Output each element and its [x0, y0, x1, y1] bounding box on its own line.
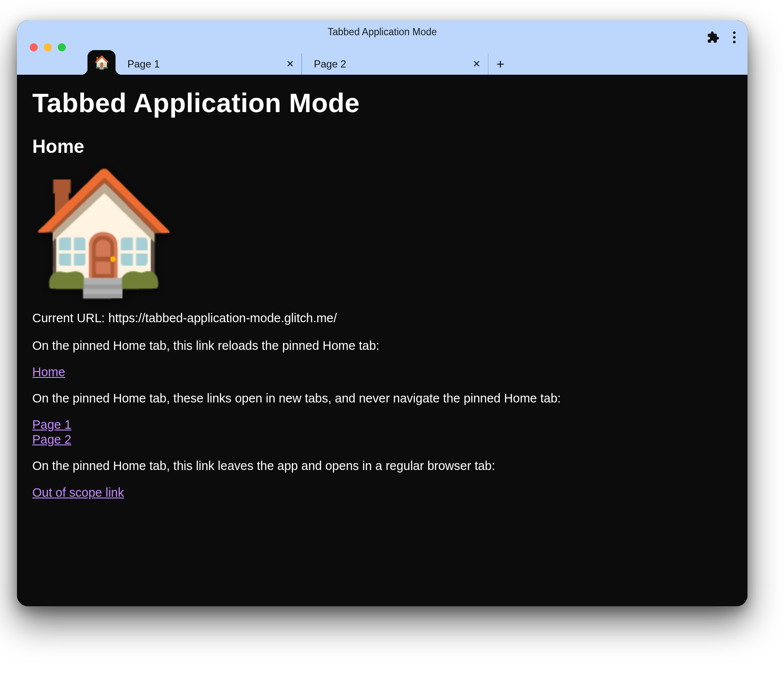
house-illustration: 🏠 — [30, 172, 732, 290]
tab-page-1[interactable]: Page 1 ✕ — [115, 53, 302, 75]
current-url-label: Current URL: — [32, 311, 108, 325]
tab-page-2[interactable]: Page 2 ✕ — [302, 53, 488, 75]
traffic-lights — [30, 43, 66, 51]
close-icon[interactable]: ✕ — [286, 59, 294, 69]
more-menu-icon[interactable] — [730, 30, 738, 45]
link-home[interactable]: Home — [32, 365, 65, 379]
new-tab-button[interactable]: + — [488, 53, 512, 75]
minimize-window-button[interactable] — [44, 43, 52, 51]
tab-strip: 🏠 Page 1 ✕ Page 2 ✕ + — [87, 50, 747, 75]
text-outofscope-explainer: On the pinned Home tab, this link leaves… — [32, 458, 732, 474]
link-page-1[interactable]: Page 1 — [32, 418, 732, 432]
extensions-icon[interactable] — [707, 31, 719, 44]
home-icon: 🏠 — [94, 56, 110, 69]
tab-label: Page 1 — [127, 58, 160, 70]
link-out-of-scope[interactable]: Out of scope link — [32, 486, 124, 500]
text-reload-explainer: On the pinned Home tab, this link reload… — [32, 338, 732, 354]
titlebar: Tabbed Application Mode 🏠 Pag — [17, 20, 747, 75]
close-icon[interactable]: ✕ — [473, 59, 480, 69]
link-page-2[interactable]: Page 2 — [32, 433, 732, 447]
page-title: Tabbed Application Mode — [32, 87, 732, 118]
page-content: Tabbed Application Mode Home 🏠 Current U… — [17, 75, 747, 606]
text-newtabs-explainer: On the pinned Home tab, these links open… — [32, 390, 732, 407]
page-subtitle: Home — [32, 136, 732, 157]
zoom-window-button[interactable] — [58, 43, 66, 51]
window-title: Tabbed Application Mode — [17, 26, 747, 38]
pinned-home-tab[interactable]: 🏠 — [87, 50, 116, 75]
plus-icon: + — [496, 56, 505, 72]
app-window: Tabbed Application Mode 🏠 Pag — [17, 20, 747, 606]
tab-label: Page 2 — [314, 58, 346, 70]
current-url-line: Current URL: https://tabbed-application-… — [32, 310, 732, 326]
titlebar-right-controls — [707, 30, 738, 45]
close-window-button[interactable] — [30, 43, 38, 51]
current-url-value: https://tabbed-application-mode.glitch.m… — [108, 311, 337, 325]
